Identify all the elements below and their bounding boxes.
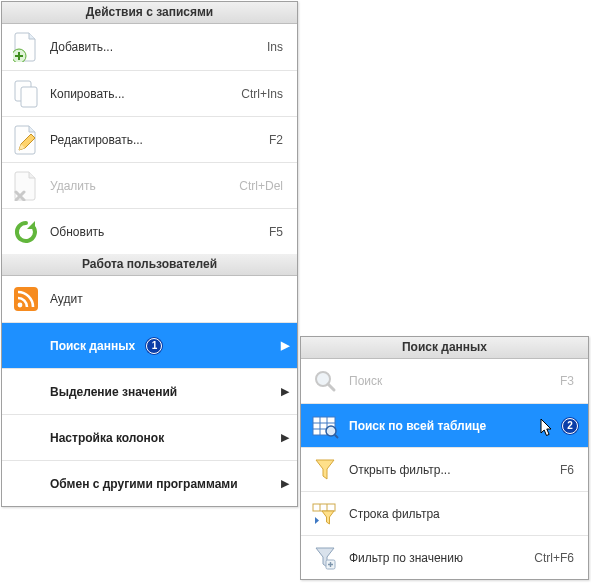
menu-item-audit[interactable]: Аудит [2,276,297,322]
menu-item-highlight-values[interactable]: Выделение значений ▶ [2,368,297,414]
section-header-users: Работа пользователей [2,254,297,276]
magnifier-icon [301,368,349,394]
callout-badge-1: 1 [146,338,162,354]
menu-item-shortcut: F3 [528,374,588,388]
edit-icon [2,125,50,155]
svg-rect-12 [313,504,335,511]
menu-item-label: Строка фильтра [349,507,528,521]
menu-item-shortcut: F5 [237,225,297,239]
submenu-arrow-icon: ▶ [281,477,297,490]
submenu-item-find-all-table[interactable]: Поиск по всей таблице 2 [301,403,588,447]
menu-item-refresh[interactable]: Обновить F5 [2,208,297,254]
menu-item-label: Обмен с другими программами [50,477,281,491]
menu-item-label: Настройка колонок [50,431,281,445]
delete-icon [2,171,50,201]
search-data-submenu: Поиск данных Поиск F3 Поиск по всей [300,336,589,580]
menu-item-shortcut: F2 [237,133,297,147]
menu-item-label: Добавить... [50,40,237,54]
menu-item-label: Поиск [349,374,528,388]
submenu-arrow-icon: ▶ [281,339,297,352]
menu-item-label: Поиск по всей таблице [349,419,554,433]
section-header-records: Действия с записями [2,2,297,24]
menu-item-shortcut: Ins [237,40,297,54]
menu-item-copy[interactable]: Копировать... Ctrl+Ins [2,70,297,116]
main-context-menu: Действия с записями Добавить... Ins Копи… [1,1,298,507]
callout-badge-2: 2 [562,418,578,434]
submenu-item-open-filter[interactable]: Открыть фильтр... F6 [301,447,588,491]
svg-rect-3 [14,287,38,311]
rss-icon [2,286,50,312]
menu-item-label: Фильтр по значению [349,551,528,565]
refresh-icon [2,219,50,245]
copy-icon [2,79,50,109]
menu-item-label: Открыть фильтр... [349,463,528,477]
funnel-value-icon [301,545,349,571]
svg-point-4 [18,303,23,308]
menu-item-shortcut: Ctrl+F6 [528,551,588,565]
funnel-icon [301,457,349,483]
menu-item-shortcut: F6 [528,463,588,477]
svg-point-11 [326,426,336,436]
submenu-item-filter-by-value[interactable]: Фильтр по значению Ctrl+F6 [301,535,588,579]
menu-item-label: Удалить [50,179,237,193]
menu-item-column-setup[interactable]: Настройка колонок ▶ [2,414,297,460]
menu-item-add[interactable]: Добавить... Ins [2,24,297,70]
menu-item-label: Редактировать... [50,133,237,147]
svg-rect-2 [21,87,37,107]
submenu-header: Поиск данных [301,337,588,359]
menu-item-label: Поиск данных 1 [50,338,281,354]
submenu-arrow-icon: ▶ [281,385,297,398]
submenu-arrow-icon: ▶ [281,431,297,444]
submenu-item-find: Поиск F3 [301,359,588,403]
menu-item-search-data[interactable]: Поиск данных 1 ▶ [2,322,297,368]
menu-item-shortcut: Ctrl+Ins [237,87,297,101]
menu-item-label: Копировать... [50,87,237,101]
menu-item-data-exchange[interactable]: Обмен с другими программами ▶ [2,460,297,506]
menu-item-label: Обновить [50,225,237,239]
table-search-icon [301,413,349,439]
menu-item-label: Выделение значений [50,385,281,399]
add-page-icon [2,32,50,62]
menu-item-delete: Удалить Ctrl+Del [2,162,297,208]
filter-row-icon [301,501,349,527]
menu-item-edit[interactable]: Редактировать... F2 [2,116,297,162]
submenu-item-filter-row[interactable]: Строка фильтра [301,491,588,535]
menu-item-shortcut: Ctrl+Del [237,179,297,193]
menu-item-label: Аудит [50,292,237,306]
